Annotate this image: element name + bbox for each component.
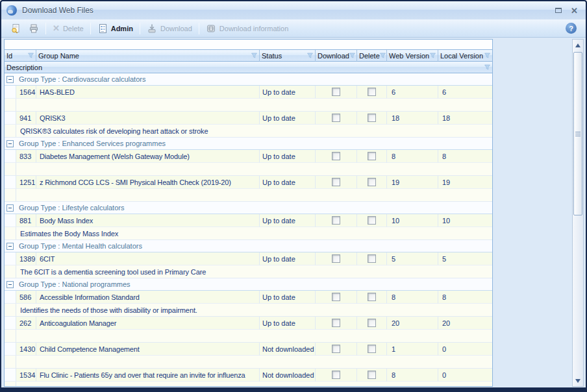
column-header-group-name[interactable]: Group Name [36, 50, 260, 62]
row-group-name-cell: Diabetes Management (Welsh Gateway Modul… [36, 150, 260, 163]
description-row [5, 382, 492, 387]
delete-button[interactable]: ✕ Delete [49, 23, 88, 34]
download-checkbox[interactable] [332, 345, 340, 353]
row-web-version-cell: 8 [387, 369, 438, 382]
row-indent [5, 189, 16, 202]
download-information-button[interactable]: Download information [202, 22, 292, 35]
download-checkbox[interactable] [332, 152, 340, 160]
filter-icon[interactable] [28, 53, 34, 58]
column-header-label: Delete [359, 52, 380, 60]
close-button[interactable]: ✕ [571, 6, 578, 15]
group-row: Group Type : Mental Health calculators [5, 240, 492, 252]
row-indent [5, 227, 16, 240]
delete-checkbox[interactable] [368, 114, 376, 122]
column-header-download[interactable]: Download [316, 50, 357, 62]
download-checkbox[interactable] [332, 216, 340, 225]
table-row[interactable]: 881Body Mass IndexUp to date1010 [5, 214, 492, 227]
delete-checkbox[interactable] [368, 254, 376, 263]
description-cell [16, 382, 492, 387]
collapse-button[interactable] [6, 204, 14, 212]
scrollbar-thumb[interactable] [573, 52, 582, 215]
row-download-cell [316, 369, 357, 382]
row-local-version-cell: 18 [438, 112, 492, 125]
vertical-scrollbar[interactable] [572, 39, 584, 387]
row-status-cell: Up to date [260, 86, 316, 99]
table-row[interactable]: 13896CITUp to date55 [5, 252, 492, 265]
delete-checkbox[interactable] [368, 293, 376, 301]
delete-checkbox[interactable] [368, 319, 376, 327]
row-indent [5, 317, 16, 330]
column-header-id[interactable]: Id [5, 50, 36, 62]
download-checkbox[interactable] [332, 319, 340, 327]
column-header-local-version[interactable]: Local Version [438, 50, 492, 62]
filter-icon[interactable] [251, 53, 257, 58]
description-cell: QRISK®3 calculates risk of developing he… [16, 125, 492, 138]
group-panel[interactable] [5, 40, 492, 50]
print-preview-button[interactable] [6, 22, 25, 35]
table-row[interactable]: 833Diabetes Management (Welsh Gateway Mo… [5, 150, 492, 163]
table-row[interactable]: 1564HAS-BLEDUp to date66 [5, 86, 492, 99]
row-indent [5, 265, 16, 278]
row-download-cell [316, 214, 357, 227]
filter-icon[interactable] [380, 53, 386, 58]
column-header-status[interactable]: Status [260, 50, 316, 62]
filter-icon[interactable] [484, 53, 490, 58]
download-button[interactable]: Download [143, 22, 196, 35]
collapse-minus-icon [8, 284, 12, 285]
maximize-button[interactable] [555, 8, 562, 13]
delete-checkbox[interactable] [368, 345, 376, 353]
print-button[interactable] [25, 22, 43, 35]
table-row[interactable]: 586Accessible Information StandardUp to … [5, 291, 492, 304]
table-row[interactable]: 1534Flu Clinic - Patients 65y and over t… [5, 369, 492, 382]
description-row [5, 99, 492, 112]
column-header-delete[interactable]: Delete [357, 50, 387, 62]
delete-checkbox[interactable] [368, 216, 376, 225]
scroll-down-button[interactable] [573, 375, 583, 386]
download-checkbox[interactable] [332, 88, 340, 96]
download-checkbox[interactable] [332, 178, 340, 186]
delete-checkbox[interactable] [368, 88, 376, 96]
download-checkbox[interactable] [332, 254, 340, 263]
download-checkbox[interactable] [332, 371, 340, 379]
collapse-button[interactable] [6, 243, 14, 250]
row-indent [5, 343, 16, 356]
column-header-web-version[interactable]: Web Version [387, 50, 438, 62]
group-type-label: Group Type : National programmes [19, 280, 131, 288]
row-delete-cell [357, 150, 387, 163]
admin-button[interactable]: Admin [94, 22, 137, 35]
row-download-cell [316, 252, 357, 265]
table-row[interactable]: 941QRISK3Up to date1818 [5, 112, 492, 125]
toolbar-separator [45, 23, 46, 34]
row-group-name-cell: QRISK3 [36, 112, 260, 125]
admin-icon [97, 23, 108, 34]
help-button[interactable]: ? [566, 23, 577, 34]
download-checkbox[interactable] [332, 114, 340, 122]
group-type-label: Group Type : Lifestyle calculators [19, 204, 124, 212]
row-group-name-cell: 6CIT [36, 252, 260, 265]
row-delete-cell [357, 343, 387, 356]
row-status-cell: Up to date [260, 317, 316, 330]
scroll-up-button[interactable] [573, 40, 583, 51]
row-indent [5, 163, 16, 176]
row-download-cell [316, 112, 357, 125]
filter-icon[interactable] [430, 53, 436, 58]
filter-icon[interactable] [307, 53, 313, 58]
delete-checkbox[interactable] [368, 152, 376, 160]
delete-checkbox[interactable] [368, 178, 376, 186]
collapse-button[interactable] [6, 140, 14, 147]
row-delete-cell [357, 291, 387, 304]
table-row[interactable]: 1430Child Competence ManagementNot downl… [5, 343, 492, 356]
filter-icon[interactable] [484, 64, 490, 70]
download-checkbox[interactable] [332, 293, 340, 301]
row-indent [5, 125, 16, 138]
row-group-name-cell: HAS-BLED [36, 86, 260, 99]
table-row[interactable]: 1251z Richmond CCG LCS - SMI Physical He… [5, 176, 492, 189]
delete-checkbox[interactable] [368, 371, 376, 379]
filter-icon[interactable] [349, 53, 355, 58]
row-group-name-cell: Child Competence Management [36, 343, 260, 356]
table-row[interactable]: 262Anticoagulation ManagerUp to date2020 [5, 317, 492, 330]
collapse-button[interactable] [6, 281, 14, 288]
column-header-description[interactable]: Description [5, 62, 492, 73]
row-web-version-cell: 8 [387, 150, 438, 163]
collapse-button[interactable] [6, 76, 14, 83]
